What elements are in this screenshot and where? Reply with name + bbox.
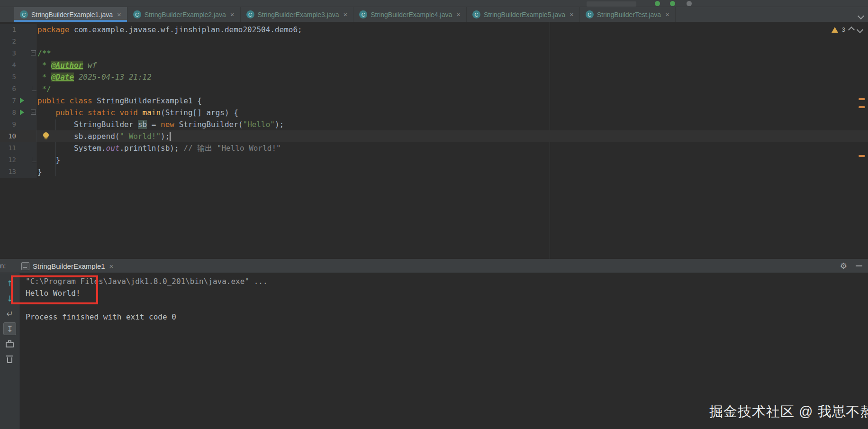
run-config-combo-partial[interactable]	[587, 1, 636, 7]
code-text[interactable]: public class StringBuilderExample1 {	[36, 95, 868, 107]
close-icon[interactable]: ×	[109, 262, 114, 270]
code-line-7[interactable]: 7public class StringBuilderExample1 {	[0, 95, 868, 107]
code-line-8[interactable]: 8 public static void main(String[] args)…	[0, 107, 868, 119]
gutter-icons	[16, 166, 36, 178]
close-icon[interactable]: ×	[665, 10, 669, 18]
scroll-to-end-button[interactable]: ↧	[3, 322, 16, 335]
gutter-icons	[16, 154, 36, 166]
print-button[interactable]	[3, 338, 16, 350]
line-number: 9	[0, 119, 16, 130]
code-line-11[interactable]: 11 System.out.println(sb); // 输出 "Hello …	[0, 142, 868, 154]
line-number: 2	[0, 36, 16, 47]
watermark: 掘金技术社区 @ 我崽不熬夜	[709, 402, 868, 421]
next-warning-icon[interactable]	[857, 26, 863, 33]
fold-end-icon[interactable]	[32, 157, 36, 162]
soft-wrap-button[interactable]: ↵	[3, 307, 16, 320]
code-line-10[interactable]: 10 sb.append(" World!");	[0, 130, 868, 142]
class-icon: C	[586, 10, 594, 18]
close-icon[interactable]: ×	[456, 10, 461, 18]
code-line-4[interactable]: 4 * @Author wf	[0, 59, 868, 71]
code-text[interactable]: */	[36, 83, 868, 95]
code-text[interactable]: }	[36, 154, 868, 166]
gutter-icons	[16, 47, 36, 59]
code-line-2[interactable]: 2	[0, 36, 868, 47]
class-icon: C	[246, 10, 254, 18]
gutter-icons	[16, 59, 36, 71]
gutter: 6	[0, 83, 36, 95]
warning-stripe-mark[interactable]	[859, 106, 865, 108]
previous-warning-icon[interactable]	[848, 26, 855, 33]
line-number: 13	[0, 166, 16, 178]
gutter-icons	[16, 71, 36, 83]
code-line-13[interactable]: 13}	[0, 166, 868, 178]
gutter-icons	[16, 130, 36, 142]
chevron-down-icon[interactable]	[859, 12, 863, 20]
close-icon[interactable]: ×	[230, 10, 235, 18]
clear-button[interactable]	[3, 353, 16, 365]
code-text[interactable]: /**	[36, 47, 868, 59]
intention-bulb-icon[interactable]	[43, 132, 49, 138]
code-token: // 输出 "Hello World!"	[183, 144, 280, 153]
code-line-1[interactable]: 1package com.example.javase.wf.jinshipla…	[0, 24, 868, 36]
fold-icon[interactable]	[31, 50, 36, 55]
tab-label: StringBuilderExample2.java	[145, 11, 226, 18]
gutter: 4	[0, 59, 36, 71]
class-icon: C	[359, 10, 367, 18]
line-number: 12	[0, 154, 16, 166]
console-tab[interactable]: StringBuilderExample1 ×	[17, 259, 118, 273]
editor[interactable]: 1package com.example.javase.wf.jinshipla…	[0, 22, 868, 259]
code-text[interactable]: package com.example.javase.wf.jinshiplan…	[36, 24, 868, 36]
code-text[interactable]: sb.append(" World!");	[36, 130, 868, 142]
close-icon[interactable]: ×	[343, 10, 347, 18]
line-number: 1	[0, 24, 16, 36]
warning-stripe-mark[interactable]	[859, 98, 865, 100]
gear-icon[interactable]: ⚙	[840, 261, 847, 271]
code-text[interactable]: public static void main(String[] args) {	[36, 107, 868, 119]
inspections-widget[interactable]: 3	[832, 26, 862, 33]
line-number: 5	[0, 71, 16, 83]
run-icon[interactable]	[20, 98, 24, 103]
code-text[interactable]: StringBuilder sb = new StringBuilder("He…	[36, 119, 868, 130]
tab-StringBuilderExample3.java[interactable]: CStringBuilderExample3.java×	[241, 7, 354, 22]
minimize-icon[interactable]	[856, 265, 862, 266]
code-text[interactable]: * @Date 2025-04-13 21:12	[36, 71, 868, 83]
tab-StringBuilderTest.java[interactable]: CStringBuilderTest.java×	[580, 7, 676, 22]
close-icon[interactable]: ×	[117, 10, 121, 18]
tab-StringBuilderExample1.java[interactable]: CStringBuilderExample1.java×	[14, 7, 127, 22]
toolbar-button-partial[interactable]	[687, 1, 692, 6]
run-button-partial[interactable]	[655, 1, 660, 6]
code-line-9[interactable]: 9 StringBuilder sb = new StringBuilder("…	[0, 119, 868, 130]
gutter: 11	[0, 142, 36, 154]
debug-button-partial[interactable]	[670, 1, 675, 6]
warning-stripe-mark[interactable]	[859, 155, 865, 157]
gutter-icons	[16, 95, 36, 107]
tab-label: StringBuilderExample1.java	[31, 11, 113, 18]
code-line-12[interactable]: 12 }	[0, 154, 868, 166]
code-token: StringBuilderExample1 {	[97, 96, 202, 105]
code-line-6[interactable]: 6 */	[0, 83, 868, 95]
code-token: .println(sb);	[119, 144, 183, 153]
fold-icon[interactable]	[31, 110, 36, 115]
warning-icon	[832, 27, 838, 33]
code-area[interactable]: 1package com.example.javase.wf.jinshipla…	[0, 22, 868, 178]
run-icon[interactable]	[20, 110, 24, 115]
fold-end-icon[interactable]	[32, 86, 36, 91]
code-text[interactable]	[36, 36, 868, 47]
console-icon	[21, 262, 29, 270]
tab-StringBuilderExample2.java[interactable]: CStringBuilderExample2.java×	[127, 7, 241, 22]
code-text[interactable]: * @Author wf	[36, 59, 868, 71]
line-number: 3	[0, 47, 16, 59]
tab-label: StringBuilderExample3.java	[258, 11, 339, 18]
close-icon[interactable]: ×	[570, 10, 574, 18]
gutter-icons	[16, 107, 36, 119]
gutter: 12	[0, 154, 36, 166]
code-text[interactable]: System.out.println(sb); // 输出 "Hello Wor…	[36, 142, 868, 154]
code-token: }	[37, 167, 42, 176]
tab-StringBuilderExample5.java[interactable]: CStringBuilderExample5.java×	[467, 7, 580, 22]
code-line-3[interactable]: 3/**	[0, 47, 868, 59]
code-token: main	[143, 108, 161, 117]
code-line-5[interactable]: 5 * @Date 2025-04-13 21:12	[0, 71, 868, 83]
tabs-container: CStringBuilderExample1.java×CStringBuild…	[0, 7, 868, 22]
code-text[interactable]: }	[36, 166, 868, 178]
tab-StringBuilderExample4.java[interactable]: CStringBuilderExample4.java×	[353, 7, 467, 22]
